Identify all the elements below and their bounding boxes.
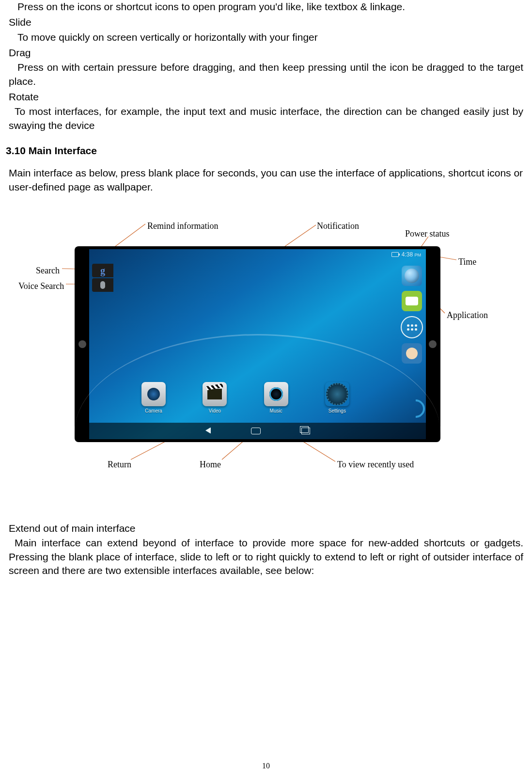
battery-icon [391, 252, 399, 257]
microphone-icon [100, 281, 105, 289]
clapperboard-icon [207, 389, 222, 399]
apps-grid-icon [407, 324, 417, 331]
camera-icon [147, 388, 160, 400]
tablet-device: 4:38 PM g [75, 246, 440, 442]
intro-press-text: Press on the icons or shortcut icons to … [9, 0, 523, 14]
nav-back-button[interactable] [205, 428, 210, 434]
home-hardware-button[interactable] [78, 340, 86, 348]
app-drawer-button[interactable] [401, 316, 423, 338]
navigation-bar [89, 423, 426, 439]
google-g-icon: g [100, 264, 105, 277]
contacts-app[interactable] [402, 343, 422, 364]
callout-power-status: Power status [405, 228, 450, 239]
extend-heading: Extend out of main interface [9, 522, 523, 535]
callout-return: Return [108, 459, 131, 470]
callout-recently-used: To view recently used [337, 459, 414, 470]
callout-notification: Notification [317, 220, 359, 232]
voice-search-button[interactable] [92, 278, 113, 292]
section-body: Main interface as below, press blank pla… [9, 166, 523, 194]
rotate-heading: Rotate [9, 90, 523, 104]
rotate-body: To most interfaces, for example, the inp… [9, 105, 523, 132]
drag-heading: Drag [9, 46, 523, 60]
dock-video[interactable]: Video [203, 382, 227, 414]
dock-video-label: Video [209, 408, 221, 414]
contact-icon [406, 348, 418, 359]
callout-remind-information: Remind information [147, 220, 218, 232]
dock-music[interactable]: Music [264, 382, 288, 414]
slide-heading: Slide [9, 16, 523, 29]
status-time: 4:38 PM [402, 251, 421, 258]
message-bubble-icon [406, 297, 418, 305]
recent-apps-icon [301, 428, 310, 434]
callout-voice-search: Voice Search [18, 280, 64, 292]
main-interface-figure: Remind information Notification Power st… [55, 213, 477, 475]
extend-body: Main interface can extend beyond of inte… [9, 536, 523, 577]
dock-settings-label: Settings [329, 408, 346, 414]
callout-time: Time [458, 256, 476, 268]
dock-camera[interactable]: Camera [141, 382, 166, 414]
search-button[interactable]: g [92, 264, 113, 277]
section-heading: 3.10 Main Interface [6, 144, 523, 158]
nav-home-button[interactable] [251, 428, 261, 434]
nav-recent-button[interactable] [301, 428, 310, 434]
gear-icon [326, 383, 348, 405]
speaker-icon [269, 387, 283, 401]
callout-application: Application [447, 309, 488, 321]
drag-body: Press on with certain pressure before dr… [9, 61, 523, 88]
dock-music-label: Music [270, 408, 282, 414]
home-icon [251, 428, 261, 434]
browser-app[interactable] [402, 266, 422, 286]
tablet-screen[interactable]: 4:38 PM g [89, 249, 426, 439]
phone-app[interactable] [407, 399, 425, 418]
dock-camera-label: Camera [145, 408, 162, 414]
page-number: 10 [0, 761, 532, 771]
phone-handset-icon [403, 396, 429, 422]
callout-home: Home [200, 459, 221, 470]
status-bar[interactable]: 4:38 PM [89, 249, 426, 260]
callout-search: Search [36, 265, 60, 276]
slide-body: To move quickly on screen vertically or … [9, 31, 523, 44]
dock: Camera Video Music Settings [123, 382, 368, 419]
messaging-app[interactable] [402, 291, 422, 311]
dock-settings[interactable]: Settings [325, 382, 349, 414]
camera-hole [429, 340, 437, 348]
back-arrow-icon [205, 428, 210, 433]
globe-icon [405, 269, 419, 283]
